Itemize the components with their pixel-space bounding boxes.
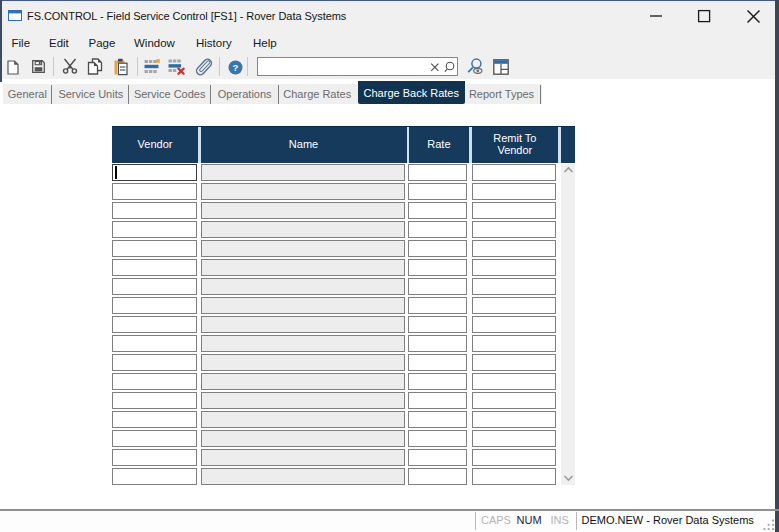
- svg-text:?: ?: [233, 62, 239, 73]
